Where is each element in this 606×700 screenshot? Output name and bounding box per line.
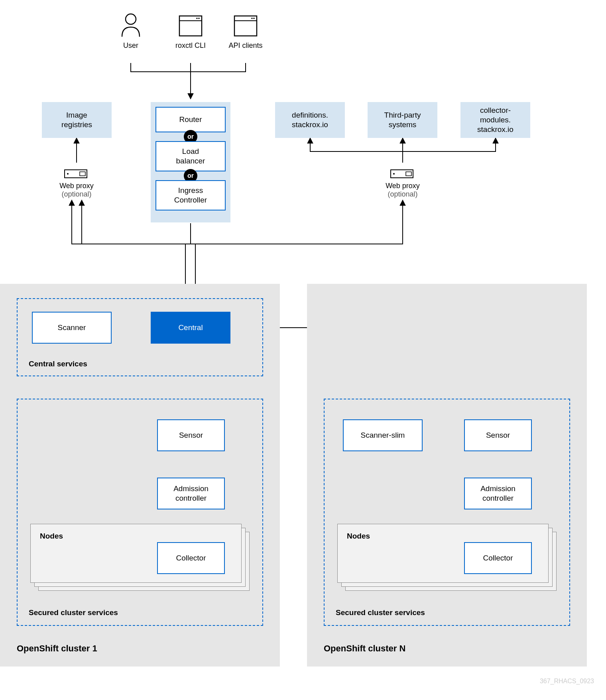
definitions-box: definitions. stackrox.io <box>275 102 345 138</box>
svg-point-0 <box>126 14 136 24</box>
svg-point-10 <box>67 173 69 175</box>
admission-box-n: Admission controller <box>464 478 532 509</box>
user-label: User <box>103 41 159 50</box>
web-proxy-left-label: Web proxy(optional) <box>49 182 104 199</box>
svg-point-8 <box>253 18 255 19</box>
web-proxy-icon-left <box>64 167 90 179</box>
admission-box-1: Admission controller <box>157 478 225 509</box>
svg-rect-1 <box>179 16 202 36</box>
api-window-icon <box>234 15 258 37</box>
central-box: Central <box>151 312 230 344</box>
secured-group-1 <box>17 399 263 626</box>
web-proxy-right-label: Web proxy(optional) <box>375 182 431 199</box>
clusterN-label: OpenShift cluster N <box>324 643 405 654</box>
scanner-slim-box: Scanner-slim <box>343 419 423 451</box>
secured-label-1: Secured cluster services <box>29 608 118 617</box>
svg-rect-5 <box>234 16 257 36</box>
scanner-box: Scanner <box>32 312 112 344</box>
svg-point-3 <box>196 18 198 19</box>
load-balancer-box: Load balancer <box>155 141 226 171</box>
collector-box-1: Collector <box>157 542 225 574</box>
api-label: API clients <box>218 41 273 50</box>
cluster1-label: OpenShift cluster 1 <box>17 643 97 654</box>
svg-point-7 <box>251 18 253 19</box>
nodes-label-n: Nodes <box>347 532 370 541</box>
svg-rect-11 <box>80 172 85 176</box>
roxctl-label: roxctl CLI <box>163 41 218 50</box>
sensor-box-n: Sensor <box>464 419 532 451</box>
collector-box-n: Collector <box>464 542 532 574</box>
sensor-box-1: Sensor <box>157 419 225 451</box>
user-icon <box>120 13 141 37</box>
central-services-label: Central services <box>29 360 87 368</box>
router-box: Router <box>155 107 226 132</box>
cli-window-icon <box>179 15 203 37</box>
image-registries-box: Image registries <box>42 102 112 138</box>
secured-label-n: Secured cluster services <box>336 608 425 617</box>
svg-point-4 <box>198 18 200 19</box>
ingress-controller-box: Ingress Controller <box>155 180 226 210</box>
svg-rect-14 <box>406 172 411 176</box>
svg-point-13 <box>393 173 395 175</box>
web-proxy-icon-right <box>390 167 416 179</box>
collector-modules-box: collector- modules. stackrox.io <box>460 102 530 138</box>
nodes-label-1: Nodes <box>40 532 63 541</box>
footer-id: 367_RHACS_0923 <box>540 678 594 685</box>
thirdparty-box: Third-party systems <box>368 102 437 138</box>
